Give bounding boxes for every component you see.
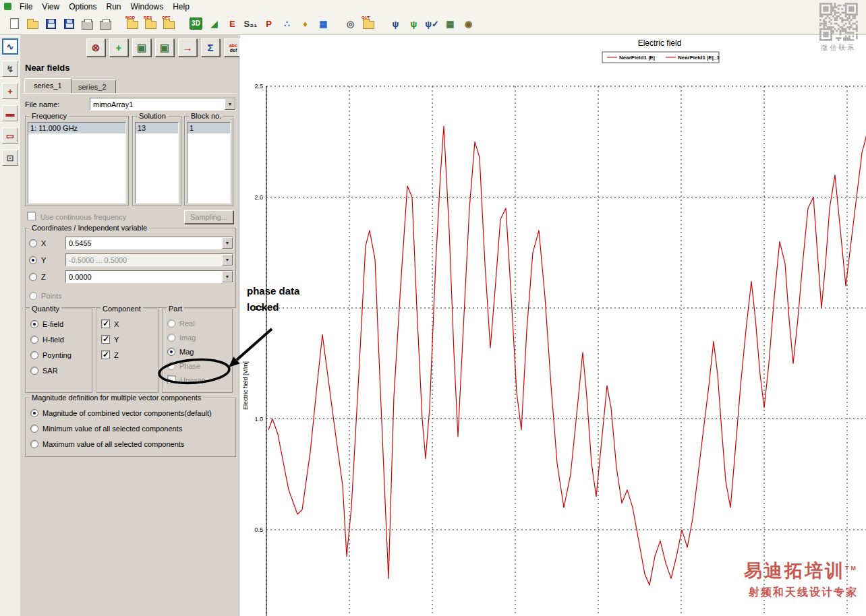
export-mod-icon[interactable]: MOD: [124, 16, 141, 32]
checkbox[interactable]: [101, 335, 110, 344]
power-plot-icon[interactable]: P: [260, 16, 277, 32]
solution-list[interactable]: 13: [135, 122, 179, 204]
part-option-mag[interactable]: Mag: [164, 344, 231, 359]
quantity-option-e-field[interactable]: E-field: [27, 316, 90, 332]
menu-view[interactable]: View: [37, 1, 64, 13]
magnitude-option-magnitude-of-combined-vector-components-default-[interactable]: Magnitude of combined vector components(…: [27, 405, 234, 421]
probe-tool-icon[interactable]: +: [2, 83, 18, 99]
component-option-y[interactable]: Y: [98, 332, 156, 347]
icon-glyph: ▦: [319, 20, 327, 28]
menu-options[interactable]: Options: [64, 1, 101, 13]
farfield-check-icon[interactable]: ψ✓: [424, 16, 440, 32]
tab-series-2[interactable]: series_2: [69, 80, 116, 93]
radiation-pattern-icon[interactable]: ◎: [342, 16, 359, 32]
radio-button[interactable]: [30, 425, 38, 433]
left-tool-column: ∿↯+▬▭⊡: [0, 35, 20, 616]
table-icon[interactable]: ▦: [442, 16, 459, 32]
checkbox[interactable]: [167, 375, 176, 384]
radio-points[interactable]: [29, 292, 37, 300]
save-icon[interactable]: [42, 16, 59, 32]
magnitude-option-maximum-value-of-all-selected-components[interactable]: Maximum value of all selected components: [27, 436, 234, 452]
add-series-button[interactable]: +: [109, 38, 128, 57]
checkbox[interactable]: [101, 350, 110, 359]
cartesian-plot-tool-icon[interactable]: ∿: [2, 38, 18, 55]
print-preview-icon[interactable]: [97, 16, 114, 32]
part-option-real[interactable]: Real: [164, 316, 231, 330]
target-icon[interactable]: ◉: [460, 16, 477, 32]
plot-2d-icon[interactable]: ◢: [206, 16, 223, 32]
dropdown-arrow-icon[interactable]: ▼: [222, 237, 233, 249]
radio-button[interactable]: [30, 440, 38, 448]
scatter-plot-icon[interactable]: ∴: [279, 16, 295, 32]
quantity-option-sar[interactable]: SAR: [27, 363, 90, 378]
image-export-icon[interactable]: ▦: [315, 16, 332, 32]
coordinate-z-select[interactable]: 0.0000 ▼: [65, 270, 233, 283]
part-option-imag[interactable]: Imag: [164, 330, 231, 344]
farfield-3d-icon[interactable]: ψ: [405, 16, 422, 32]
marker-icon[interactable]: ♦: [297, 16, 314, 32]
export-opt-icon[interactable]: OPT: [161, 16, 177, 32]
menu-windows[interactable]: Windows: [126, 1, 169, 13]
tab-series-1[interactable]: series_1: [24, 78, 71, 93]
printer-glyph: [100, 21, 111, 30]
radio-button[interactable]: [30, 409, 38, 417]
radio-button[interactable]: [30, 351, 38, 359]
menu-help[interactable]: Help: [168, 1, 194, 13]
menu-file[interactable]: File: [15, 1, 37, 13]
s-parameter-plot-icon[interactable]: S₂₁: [242, 16, 259, 32]
cut-plane-tool-icon[interactable]: ↯: [2, 61, 18, 77]
solution-list-item[interactable]: 13: [136, 123, 178, 133]
radio-button[interactable]: [30, 367, 38, 375]
component-option-z[interactable]: Z: [98, 347, 156, 363]
coordinate-y-select[interactable]: -0.5000 ... 0.5000 ▼: [65, 253, 233, 266]
app-icon: [4, 3, 11, 10]
selection-box-tool-icon[interactable]: ⊡: [2, 150, 18, 166]
field-monitor-tool-icon[interactable]: ▬: [2, 105, 18, 121]
part-option-unwrap[interactable]: Unwrap: [164, 373, 231, 387]
icon-glyph: E: [229, 20, 235, 28]
radio-button[interactable]: [30, 336, 38, 344]
radio-button[interactable]: [167, 362, 175, 370]
delete-series-button[interactable]: ⊗: [86, 38, 105, 57]
continuous-frequency-checkbox[interactable]: [27, 212, 36, 220]
radio-button[interactable]: [167, 334, 175, 342]
radio-button[interactable]: [167, 348, 175, 356]
copy-to-plot-button[interactable]: ▣: [132, 38, 151, 57]
radio-button[interactable]: [30, 320, 38, 328]
dropdown-arrow-icon[interactable]: ▼: [222, 254, 233, 266]
save-all-icon[interactable]: [61, 16, 78, 32]
menu-run[interactable]: Run: [102, 1, 126, 13]
sampling-button[interactable]: Sampling...: [184, 210, 233, 224]
component-option-x[interactable]: X: [98, 316, 156, 332]
dropdown-arrow-icon[interactable]: ▼: [222, 271, 233, 282]
export-res-icon[interactable]: RES: [142, 16, 159, 32]
quantity-option-h-field[interactable]: H-field: [27, 332, 90, 347]
frequency-list[interactable]: 1: 11.000 GHz: [28, 122, 126, 204]
send-to-plot-button[interactable]: →: [178, 38, 197, 57]
copy-to-new-plot-button[interactable]: ▣: [155, 38, 174, 57]
frequency-list-item[interactable]: 1: 11.000 GHz: [28, 123, 125, 133]
open-file-icon[interactable]: [24, 16, 41, 32]
block-list-item[interactable]: 1: [187, 123, 230, 133]
quantity-option-poynting[interactable]: Poynting: [27, 347, 90, 363]
new-file-icon[interactable]: [6, 16, 23, 32]
file-name-select[interactable]: mimoArray1 ▼: [90, 98, 236, 111]
magnitude-option-minimum-value-of-all-selected-components[interactable]: Minimum value of all selected components: [27, 421, 234, 436]
part-option-phase[interactable]: Phase: [164, 359, 231, 373]
block-list[interactable]: 1: [187, 122, 231, 204]
electric-field-chart[interactable]: Electric fieldNearField1 |E|NearField1 |…: [239, 35, 866, 616]
dropdown-arrow-icon[interactable]: ▼: [225, 98, 235, 110]
view-3d-icon[interactable]: 3D: [187, 16, 204, 32]
radio-coordinate-x[interactable]: [29, 239, 37, 247]
coordinate-x-select[interactable]: 0.5455 ▼: [65, 237, 233, 249]
field-monitor-2-tool-icon[interactable]: ▭: [2, 127, 18, 144]
out-folder-icon[interactable]: OUT: [360, 16, 377, 32]
radio-coordinate-y[interactable]: [29, 256, 37, 264]
radio-button[interactable]: [167, 319, 175, 328]
checkbox[interactable]: [101, 319, 110, 328]
farfield-icon[interactable]: ψ: [387, 16, 404, 32]
radio-coordinate-z[interactable]: [29, 273, 37, 281]
print-icon[interactable]: [79, 16, 96, 32]
sum-button[interactable]: Σ: [201, 38, 220, 57]
e-field-plot-icon[interactable]: E: [224, 16, 241, 32]
